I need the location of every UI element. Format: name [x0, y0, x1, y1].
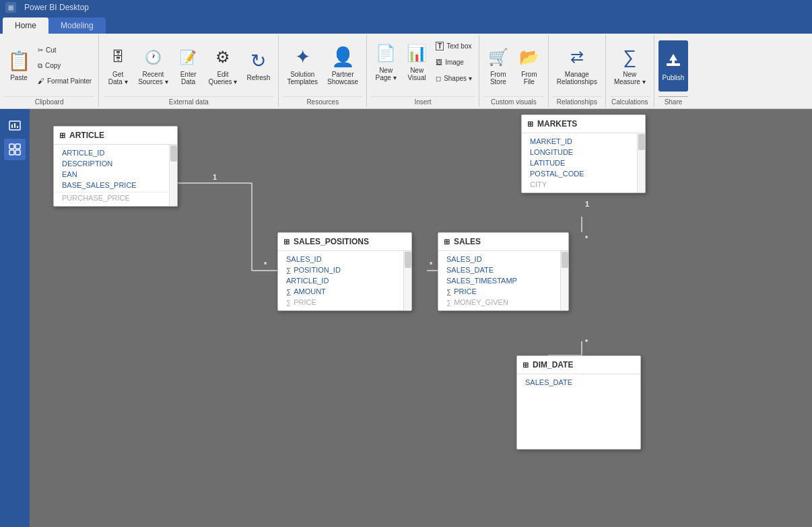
shapes-button[interactable]: ◻ Shapes ▾: [433, 71, 475, 85]
copy-icon: ⧉: [38, 62, 42, 70]
recent-sources-button[interactable]: 🕐 RecentSources ▾: [134, 40, 172, 92]
tab-home[interactable]: Home: [3, 17, 48, 34]
app-title: Power BI Desktop: [24, 3, 89, 12]
table-row: LATITUDE: [522, 157, 645, 168]
table-icon: ⊞: [283, 238, 290, 246]
paste-icon: 📋: [8, 50, 30, 71]
table-dim-date-header: ⊞ DIM_DATE: [517, 356, 640, 374]
table-row: DESCRIPTION: [54, 158, 177, 169]
table-icon: ⊞: [444, 238, 450, 246]
svg-rect-3: [11, 125, 13, 128]
sidebar-report-icon[interactable]: [4, 114, 26, 136]
cardinality-sales-dimdate-star: *: [585, 338, 588, 346]
new-measure-icon: ∑: [619, 46, 640, 68]
table-icon: ⊞: [59, 131, 65, 140]
table-row: SALES_DATE: [517, 377, 640, 388]
text-box-button[interactable]: T Text box: [433, 38, 475, 53]
get-data-button[interactable]: 🗄 GetData ▾: [103, 40, 133, 92]
new-visual-button[interactable]: 📊 NewVisual: [402, 36, 432, 87]
table-markets-header: ⊞ MARKETS: [522, 115, 645, 133]
ribbon-group-clipboard: 📋 Paste ✂ Cut ⧉ Copy 🖌 Format Painter: [0, 35, 99, 107]
canvas[interactable]: 1 * * 1 1 * * 1 ⊞ ARTICLE ARTICLE_ID DES…: [30, 109, 812, 527]
partner-showcase-button[interactable]: 👤 PartnerShowcase: [323, 40, 362, 92]
ribbon-group-relationships: ⇄ ManageRelationships Relationships: [549, 35, 606, 107]
table-row: CITY: [522, 179, 645, 190]
manage-relationships-button[interactable]: ⇄ ManageRelationships: [553, 40, 601, 92]
svg-rect-5: [17, 126, 18, 128]
table-icon: ⊞: [522, 361, 529, 370]
custom-visuals-label: Custom visuals: [483, 96, 544, 106]
table-row: LONGITUDE: [522, 147, 645, 157]
app-icon: ⊞: [5, 2, 16, 13]
image-button[interactable]: 🖼 Image: [433, 55, 475, 69]
sidebar-data-icon[interactable]: [4, 139, 26, 160]
table-row: ∑MONEY_GIVEN: [438, 297, 568, 308]
text-box-icon: T: [436, 42, 444, 50]
tab-modeling[interactable]: Modeling: [48, 17, 106, 34]
new-measure-button[interactable]: ∑ NewMeasure ▾: [610, 40, 650, 92]
table-row: SALES_TIMESTAMP: [438, 275, 568, 286]
solution-templates-button[interactable]: ✦ SolutionTemplates: [283, 40, 322, 92]
table-sales-positions-body: SALES_ID ∑POSITION_ID ARTICLE_ID ∑AMOUNT…: [278, 251, 411, 310]
copy-button[interactable]: ⧉ Copy: [35, 59, 94, 73]
table-row: SALES_ID: [278, 254, 411, 265]
table-sales-positions-name: SALES_POSITIONS: [294, 237, 369, 246]
table-row: POSTAL_CODE: [522, 168, 645, 179]
publish-icon: [663, 50, 684, 71]
table-article-body: ARTICLE_ID DESCRIPTION EAN BASE_SALES_PR…: [54, 145, 177, 206]
format-painter-button[interactable]: 🖌 Format Painter: [35, 74, 94, 89]
tab-bar: Home Modeling: [0, 15, 812, 34]
ribbon-group-external-data: 🗄 GetData ▾ 🕐 RecentSources ▾ 📝 EnterDat…: [99, 35, 279, 107]
ribbon-group-insert: 📄 NewPage ▾ 📊 NewVisual T Text box 🖼 Ima…: [367, 35, 479, 107]
external-data-label: External data: [103, 96, 274, 106]
table-row: ∑AMOUNT: [278, 286, 411, 297]
table-row: ∑PRICE: [278, 297, 411, 308]
ribbon-group-share: Publish Share: [654, 35, 693, 107]
table-dim-date-body: SALES_DATE: [517, 374, 640, 442]
title-bar: ⊞ Power BI Desktop: [0, 0, 812, 15]
ribbon: 📋 Paste ✂ Cut ⧉ Copy 🖌 Format Painter: [0, 34, 812, 109]
table-markets-name: MARKETS: [537, 119, 577, 129]
publish-button[interactable]: Publish: [658, 40, 689, 92]
paste-button[interactable]: 📋 Paste: [4, 40, 34, 92]
relationships-label: Relationships: [553, 96, 601, 106]
new-page-button[interactable]: 📄 NewPage ▾: [371, 36, 401, 87]
cut-button[interactable]: ✂ Cut: [35, 43, 94, 58]
enter-data-icon: 📝: [178, 46, 199, 68]
from-store-button[interactable]: 🛒 FromStore: [483, 40, 513, 92]
refresh-button[interactable]: ↻ Refresh: [242, 40, 274, 92]
table-row: ARTICLE_ID: [278, 275, 411, 286]
edit-queries-button[interactable]: ⚙ EditQueries ▾: [205, 40, 242, 92]
table-row: BASE_SALES_PRICE: [54, 180, 177, 190]
table-row: SALES_DATE: [438, 265, 568, 275]
table-markets: ⊞ MARKETS MARKET_ID LONGITUDE LATITUDE P…: [521, 114, 646, 193]
share-label: Share: [658, 96, 689, 106]
get-data-icon: 🗄: [107, 46, 129, 68]
manage-relationships-icon: ⇄: [566, 46, 588, 68]
ribbon-group-calculations: ∑ NewMeasure ▾ Calculations: [606, 35, 654, 107]
from-file-button[interactable]: 📂 FromFile: [514, 40, 544, 92]
table-sales-body: SALES_ID SALES_DATE SALES_TIMESTAMP ∑PRI…: [438, 251, 568, 310]
svg-rect-6: [9, 144, 14, 149]
table-markets-body: MARKET_ID LONGITUDE LATITUDE POSTAL_CODE…: [522, 133, 645, 192]
table-sales: ⊞ SALES SALES_ID SALES_DATE SALES_TIMEST…: [438, 232, 569, 311]
table-sales-positions-header: ⊞ SALES_POSITIONS: [278, 233, 411, 251]
cardinality-sales-markets-1: 1: [585, 200, 589, 208]
cut-icon: ✂: [38, 46, 43, 54]
calculations-label: Calculations: [610, 96, 650, 106]
ribbon-group-custom-visuals: 🛒 FromStore 📂 FromFile Custom visuals: [479, 35, 549, 107]
new-page-icon: 📄: [375, 42, 397, 64]
partner-showcase-icon: 👤: [332, 46, 353, 68]
enter-data-button[interactable]: 📝 EnterData: [174, 40, 203, 92]
clipboard-label: Clipboard: [4, 96, 94, 106]
table-row: MARKET_ID: [522, 136, 645, 147]
from-file-icon: 📂: [518, 46, 540, 68]
cardinality-sales-markets-star: *: [585, 234, 588, 242]
table-icon: ⊞: [527, 120, 533, 129]
table-row: ∑POSITION_ID: [278, 265, 411, 275]
image-icon: 🖼: [436, 59, 442, 66]
insert-label: Insert: [371, 96, 475, 106]
shapes-icon: ◻: [436, 75, 441, 82]
table-dim-date-name: DIM_DATE: [533, 360, 573, 370]
left-sidebar: [0, 109, 30, 527]
